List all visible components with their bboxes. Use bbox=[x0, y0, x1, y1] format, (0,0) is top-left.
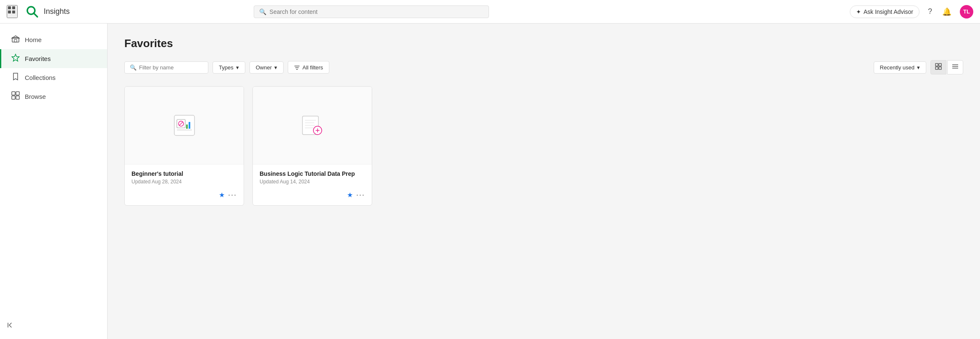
sort-chevron-icon: ▾ bbox=[917, 64, 920, 71]
card-info-2: Business Logic Tutorial Data Prep Update… bbox=[253, 164, 372, 191]
svg-marker-9 bbox=[12, 54, 19, 61]
svg-rect-19 bbox=[939, 64, 941, 66]
svg-rect-10 bbox=[12, 92, 15, 95]
help-button[interactable]: ? bbox=[926, 5, 934, 18]
qlik-logo: Insights bbox=[24, 4, 70, 20]
svg-rect-8 bbox=[14, 40, 17, 42]
all-filters-label: All filters bbox=[302, 64, 323, 71]
sidebar-item-browse-label: Browse bbox=[25, 93, 46, 100]
search-icon: 🔍 bbox=[259, 8, 266, 15]
card-footer-1: ★ ··· bbox=[125, 191, 244, 205]
svg-rect-3 bbox=[12, 11, 15, 13]
types-filter-label: Types bbox=[219, 64, 234, 71]
card-thumbnail-1 bbox=[125, 87, 244, 164]
bookmark-icon bbox=[11, 72, 20, 83]
notifications-button[interactable]: 🔔 bbox=[941, 5, 953, 18]
card-star-2[interactable]: ★ bbox=[347, 191, 353, 199]
svg-rect-29 bbox=[186, 124, 188, 129]
types-chevron-icon: ▾ bbox=[236, 64, 239, 71]
avatar[interactable]: TL bbox=[960, 5, 973, 19]
card-beginners-tutorial[interactable]: Beginner's tutorial Updated Aug 28, 2024… bbox=[124, 86, 244, 206]
card-title-2: Business Logic Tutorial Data Prep bbox=[260, 170, 365, 177]
app-title: Insights bbox=[44, 7, 70, 16]
filter-name-container[interactable]: 🔍 bbox=[124, 61, 208, 74]
filters-bar: 🔍 Types ▾ Owner ▾ bbox=[124, 60, 963, 74]
sidebar-item-favorites[interactable]: Favorites bbox=[0, 49, 107, 68]
card-thumbnail-2 bbox=[253, 87, 372, 164]
svg-rect-1 bbox=[12, 6, 15, 9]
nav-right: ✦ Ask Insight Advisor ? 🔔 TL bbox=[850, 5, 973, 19]
filter-name-input[interactable] bbox=[139, 64, 203, 71]
svg-rect-18 bbox=[935, 64, 938, 66]
types-filter-button[interactable]: Types ▾ bbox=[213, 61, 245, 74]
ask-advisor-label: Ask Insight Advisor bbox=[864, 8, 913, 15]
top-nav: Insights 🔍 ✦ Ask Insight Advisor ? 🔔 TL bbox=[0, 0, 980, 24]
sidebar-item-favorites-label: Favorites bbox=[25, 55, 51, 62]
svg-rect-30 bbox=[189, 122, 190, 129]
card-more-2[interactable]: ··· bbox=[356, 191, 365, 199]
svg-rect-11 bbox=[16, 92, 19, 95]
grid-view-button[interactable] bbox=[930, 60, 946, 74]
sort-label: Recently used bbox=[880, 64, 914, 71]
svg-rect-25 bbox=[174, 115, 194, 135]
layout: Home Favorites Collections bbox=[0, 24, 980, 339]
svg-rect-12 bbox=[12, 96, 15, 99]
svg-rect-13 bbox=[16, 96, 19, 99]
card-more-1[interactable]: ··· bbox=[228, 191, 237, 199]
grid-menu-button[interactable] bbox=[7, 5, 18, 18]
sparkle-icon: ✦ bbox=[856, 8, 861, 15]
sidebar-item-collections-label: Collections bbox=[25, 74, 55, 81]
svg-rect-2 bbox=[8, 11, 11, 13]
card-footer-2: ★ ··· bbox=[253, 191, 372, 205]
filters-right: Recently used ▾ bbox=[874, 60, 963, 74]
star-icon bbox=[11, 53, 20, 64]
card-info-1: Beginner's tutorial Updated Aug 28, 2024 bbox=[125, 164, 244, 191]
card-date-1: Updated Aug 28, 2024 bbox=[131, 179, 237, 185]
cards-grid: Beginner's tutorial Updated Aug 28, 2024… bbox=[124, 86, 963, 206]
browse-icon bbox=[11, 91, 20, 102]
owner-filter-button[interactable]: Owner ▾ bbox=[250, 61, 284, 74]
owner-chevron-icon: ▾ bbox=[274, 64, 277, 71]
sidebar-item-home[interactable]: Home bbox=[0, 30, 107, 49]
list-view-button[interactable] bbox=[947, 60, 963, 74]
sort-button[interactable]: Recently used ▾ bbox=[874, 61, 926, 74]
filter-search-icon: 🔍 bbox=[130, 64, 137, 71]
filter-icon bbox=[294, 64, 300, 71]
view-toggle bbox=[930, 60, 963, 74]
all-filters-button[interactable]: All filters bbox=[288, 61, 329, 74]
sidebar-item-home-label: Home bbox=[25, 36, 42, 43]
owner-filter-label: Owner bbox=[256, 64, 272, 71]
svg-rect-20 bbox=[935, 67, 938, 69]
card-date-2: Updated Aug 14, 2024 bbox=[260, 179, 365, 185]
svg-rect-21 bbox=[939, 67, 941, 69]
page-title: Favorites bbox=[124, 37, 963, 50]
home-icon bbox=[11, 34, 20, 45]
main-content: Favorites 🔍 Types ▾ Owner ▾ bbox=[108, 24, 980, 339]
sidebar-item-collections[interactable]: Collections bbox=[0, 68, 107, 87]
sidebar-collapse-button[interactable] bbox=[7, 321, 14, 331]
card-title-1: Beginner's tutorial bbox=[131, 170, 237, 177]
card-star-1[interactable]: ★ bbox=[219, 191, 225, 199]
svg-rect-31 bbox=[177, 130, 192, 130]
filters-left: 🔍 Types ▾ Owner ▾ bbox=[124, 61, 329, 74]
sidebar: Home Favorites Collections bbox=[0, 24, 108, 339]
sidebar-item-browse[interactable]: Browse bbox=[0, 87, 107, 106]
card-business-logic[interactable]: Business Logic Tutorial Data Prep Update… bbox=[252, 86, 372, 206]
search-bar[interactable]: 🔍 bbox=[254, 5, 489, 18]
search-input[interactable] bbox=[270, 8, 483, 15]
svg-rect-0 bbox=[8, 6, 11, 9]
ask-advisor-button[interactable]: ✦ Ask Insight Advisor bbox=[850, 5, 920, 18]
